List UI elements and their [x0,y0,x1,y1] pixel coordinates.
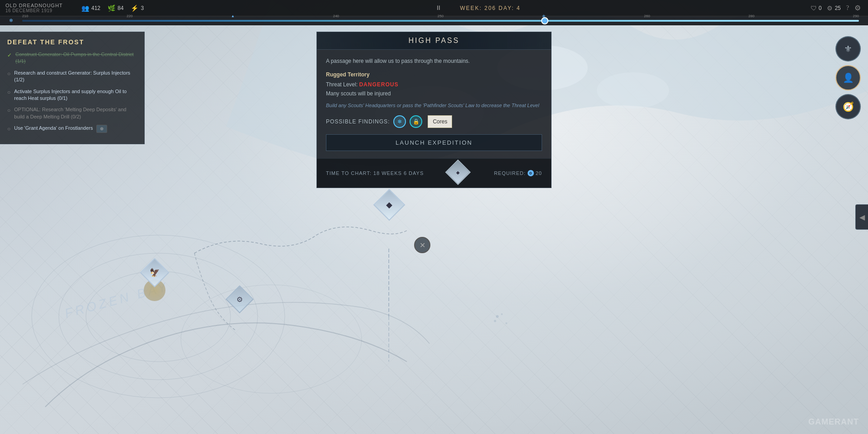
quest-check-icon-1: ✓ [7,52,12,59]
quest-text-5: Use 'Grant Agenda' on Frostlanders [14,125,93,132]
nav-icon-1: ⚜ [844,43,852,54]
cores-tooltip-text: Cores [433,118,447,125]
high-pass-description: A passage here will allow us to pass thr… [326,57,542,65]
quest-dot-icon-5: ○ [7,125,10,133]
nav-btn-2[interactable]: 👤 [835,65,861,90]
high-pass-body: A passage here will allow us to pass thr… [317,50,551,158]
required-value: 20 [536,170,542,176]
gear-marker[interactable]: ⚙ [230,289,250,309]
launch-expedition-button[interactable]: LAUNCH EXPEDITION [326,134,542,151]
resource2-value: 25 [835,5,840,11]
expedition-diamond: ◆ [445,160,471,185]
threat-row: Threat Level: DANGEROUS [326,81,542,88]
finding-icon-1: ❄ [393,115,406,128]
gear-diamond: ⚙ [226,285,254,313]
high-pass-title: HIGH PASS [409,37,460,44]
nav-icon-2: 👤 [843,72,854,83]
nav-btn-1[interactable]: ⚜ [835,36,861,61]
quest-text-2: Research and construct Generator: Surplu… [14,70,137,84]
quest-item-3: ○ Activate Surplus Injectors and supply … [7,88,137,102]
food-resource: 🌿 84 [108,5,123,12]
finding-snowflake-icon: ❄ [397,118,402,125]
quest-item-5-icon[interactable]: ⊕ [96,125,107,133]
game-title-area: OLD DREADNOUGHT 16 DECEMBER 1919 [0,2,72,14]
steam-resource: ⚡ 3 [131,5,144,12]
nav-icon-3: 🧭 [843,101,854,112]
required-label: REQUIRED: [494,170,526,176]
build-tip: Build any Scouts' Headquarters or pass t… [326,102,542,109]
close-x-icon: ✕ [420,241,425,250]
quest-text-4: OPTIONAL: Research 'Melting Deep Deposit… [14,106,137,120]
high-pass-diamond-icon: ◆ [386,200,392,210]
quest-dot-icon-2: ○ [7,70,10,78]
close-marker[interactable]: ✕ [414,237,430,253]
expedition-required: REQUIRED: ⚙ 20 [494,170,542,176]
nav-btn-3[interactable]: 🧭 [835,94,861,119]
quest-item-2: ○ Research and construct Generator: Surp… [7,70,137,84]
quest-panel: DEFEAT THE FROST ✓ Construct Generator: … [0,32,145,144]
workers-icon: 👥 [81,5,89,12]
right-edge-icon: ◀ [859,213,865,222]
game-date: 16 DECEMBER 1919 [5,8,67,13]
workers-resource: 👥 412 [81,5,100,12]
top-bar-right: 🛡 0 ⚙ 25 ? ⚙ [803,4,868,12]
quest-dot-icon-3: ○ [7,89,10,96]
quest-text-1: Construct Generator: Oil Pumps in the Ce… [15,51,137,65]
finding-icon-2: 🔒 [410,115,422,128]
gear-map-icon: ⚙ [231,290,249,308]
temperature-bar: ❄ 210 220 ▲ 240 250 ❄ 260 280 290 [0,16,868,25]
scout-post-marker[interactable]: 🦅 [144,262,165,301]
scout-count-icon: ⚙ [528,170,534,176]
top-bar-center: ⏸ WEEK: 206 DAY: 4 [153,5,803,12]
scout-diamond: 🦅 [140,258,169,287]
high-pass-marker[interactable]: ◆ [378,193,401,216]
food-icon: 🌿 [108,5,115,12]
food-value: 84 [118,5,123,11]
threat-label: Threat Level: [326,81,358,88]
territory-label: Rugged Territory [326,71,542,78]
shield-resource: 🛡 0 [811,5,822,12]
game-title: OLD DREADNOUGHT [5,3,67,8]
gear-small-icon: ⚙ [827,5,833,12]
watermark: GAMERANT [808,417,859,427]
shield-icon: 🛡 [811,5,817,12]
threat-note: Many scouts will be injured [326,90,542,97]
high-pass-header: HIGH PASS [317,32,551,50]
quest-title: DEFEAT THE FROST [7,38,137,46]
quest-dot-icon-4: ○ [7,107,10,114]
pause-icon[interactable]: ⏸ [435,5,442,12]
threat-value: DANGEROUS [359,81,398,88]
findings-label: POSSIBLE FINDINGS: [326,118,390,125]
right-nav-buttons: ⚜ 👤 🧭 [835,36,861,119]
scout-bird-icon: 🦅 [150,268,160,278]
settings-button[interactable]: ⚙ [854,4,861,12]
findings-row: POSSIBLE FINDINGS: ❄ 🔒 Cores [326,115,542,128]
high-pass-diamond: ◆ [373,189,406,221]
help-button[interactable]: ? [846,5,849,12]
expedition-diamond-container: ◆ [449,163,469,183]
expedition-diamond-inner: ◆ [456,170,460,175]
steam-icon: ⚡ [131,5,138,12]
grant-icon: ⊕ [100,126,104,132]
expedition-info: TIME TO CHART: 18 WEEKS 6 DAYS ◆ REQUIRE… [317,158,551,188]
quest-text-3: Activate Surplus Injectors and supply en… [14,88,137,102]
temp-marker [541,17,548,24]
quest-item-5[interactable]: ○ Use 'Grant Agenda' on Frostlanders ⊕ [7,125,137,133]
steam-value: 3 [141,5,144,11]
finding-lock-icon: 🔒 [413,118,420,125]
high-pass-panel: HIGH PASS A passage here will allow us t… [316,32,552,188]
quest-item-1: ✓ Construct Generator: Oil Pumps in the … [7,51,137,65]
expedition-time: TIME TO CHART: 18 WEEKS 6 DAYS [326,170,424,176]
temp-icon-left: ❄ [9,18,13,24]
resource2-display: ⚙ 25 [827,5,840,12]
quest-item-4: ○ OPTIONAL: Research 'Melting Deep Depos… [7,106,137,120]
top-resources: 👥 412 🌿 84 ⚡ 3 [72,5,153,12]
shield-value: 0 [819,5,822,11]
week-day-display: WEEK: 206 DAY: 4 [460,5,520,11]
temp-track: 210 220 ▲ 240 250 ❄ 260 280 290 [22,20,859,22]
right-edge-button[interactable]: ◀ [855,204,868,230]
workers-value: 412 [91,5,100,11]
cores-tooltip: Cores [428,115,452,128]
